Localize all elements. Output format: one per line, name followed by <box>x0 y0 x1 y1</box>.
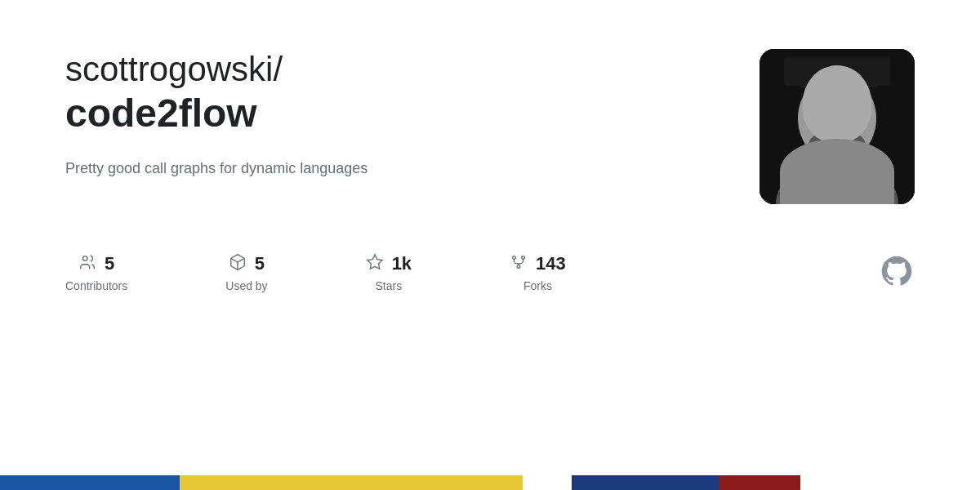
bar-darkblue <box>572 475 719 490</box>
svg-rect-5 <box>784 57 890 86</box>
avatar-image <box>760 49 915 204</box>
stat-forks[interactable]: 143 Forks <box>510 253 566 292</box>
package-icon <box>229 253 247 274</box>
repo-owner: scottrogowski/ <box>65 49 727 90</box>
contributors-label: Contributors <box>65 279 127 292</box>
stat-stars-top: 1k <box>366 253 412 274</box>
stats-row: 5 Contributors 5 Used by <box>65 253 915 292</box>
star-icon <box>366 253 384 274</box>
svg-point-10 <box>83 256 88 261</box>
bar-yellow <box>180 475 523 490</box>
stat-forks-top: 143 <box>510 253 566 274</box>
stat-contributors-top: 5 <box>78 253 114 274</box>
github-icon[interactable] <box>879 253 915 292</box>
repo-title-section: scottrogowski/ code2flow Pretty good cal… <box>65 49 727 177</box>
svg-point-8 <box>808 129 866 162</box>
svg-point-9 <box>831 120 844 136</box>
fork-icon <box>510 253 528 274</box>
main-content: scottrogowski/ code2flow Pretty good cal… <box>0 0 980 325</box>
used-by-label: Used by <box>225 279 267 292</box>
stat-stars[interactable]: 1k Stars <box>366 253 412 292</box>
repo-description: Pretty good call graphs for dynamic lang… <box>65 160 727 177</box>
svg-marker-12 <box>367 255 381 269</box>
used-by-value: 5 <box>255 253 265 274</box>
bar-darkred <box>719 475 800 490</box>
stat-used-by-top: 5 <box>229 253 265 274</box>
people-icon <box>78 253 96 274</box>
repo-name: code2flow <box>65 90 727 137</box>
stat-used-by[interactable]: 5 Used by <box>225 253 267 292</box>
svg-point-6 <box>815 110 830 122</box>
avatar-svg <box>760 49 915 204</box>
bar-blue <box>0 475 180 490</box>
forks-value: 143 <box>536 253 566 274</box>
stat-contributors[interactable]: 5 Contributors <box>65 253 127 292</box>
svg-rect-2 <box>823 145 851 170</box>
svg-point-3 <box>798 74 876 163</box>
svg-point-7 <box>844 110 859 122</box>
contributors-value: 5 <box>105 253 114 274</box>
bar-gap1 <box>523 475 572 490</box>
svg-rect-0 <box>760 49 915 204</box>
svg-point-14 <box>522 256 525 260</box>
svg-point-15 <box>517 265 520 269</box>
repo-header: scottrogowski/ code2flow Pretty good cal… <box>65 49 915 204</box>
avatar <box>760 49 915 204</box>
forks-label: Forks <box>523 279 552 292</box>
stars-value: 1k <box>392 253 412 274</box>
svg-point-1 <box>776 159 898 204</box>
svg-point-13 <box>513 256 516 260</box>
github-logo-svg <box>879 253 915 289</box>
stars-label: Stars <box>376 279 403 292</box>
bottom-bar <box>0 475 980 490</box>
